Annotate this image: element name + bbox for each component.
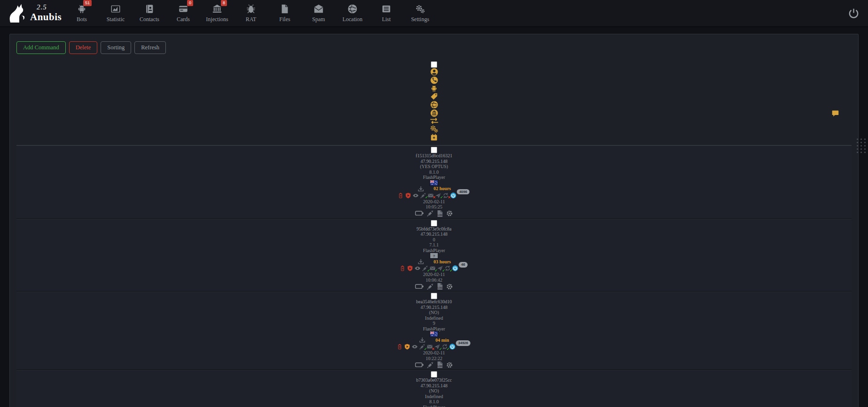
mail-status-icon[interactable]: ✕ — [428, 192, 434, 199]
table-row: 95bfdd73e9c0fc8a 47.90.215.148 0 7.1.1 F… — [16, 219, 852, 292]
list-icon — [381, 3, 391, 15]
android-icon: 51 — [77, 3, 87, 15]
play-protect-status-icon — [405, 192, 411, 199]
nav-item-contacts[interactable]: Contacts — [134, 1, 164, 25]
nav-item-rat[interactable]: RAT — [236, 1, 266, 25]
nav-item-bots[interactable]: 51 Bots — [67, 1, 97, 25]
play-protect-status-icon[interactable] — [404, 344, 411, 350]
row-checkbox[interactable] — [431, 293, 437, 299]
add-command-button[interactable]: Add Command — [16, 41, 66, 54]
country-flag — [16, 180, 852, 185]
delete-button[interactable]: Delete — [69, 41, 98, 54]
bug-icon — [246, 3, 256, 15]
download-icon[interactable] — [417, 185, 424, 192]
logs-action-icon[interactable] — [437, 283, 443, 290]
notification-badge: 51 — [83, 0, 92, 6]
row-checkbox[interactable] — [431, 371, 437, 377]
sms-action-icon — [415, 284, 424, 290]
drag-handle-dots[interactable] — [857, 138, 866, 153]
sms-action-icon[interactable] — [415, 362, 424, 368]
bank-icon — [430, 109, 438, 117]
connection-status-icon[interactable] — [452, 265, 459, 272]
sorting-button[interactable]: Sorting — [101, 41, 131, 54]
chart-icon — [110, 4, 121, 14]
screen-watch-eye-icon[interactable] — [412, 344, 418, 350]
row-checkbox[interactable] — [431, 147, 437, 153]
nav-item-label: List — [382, 16, 391, 23]
battery-status-icon[interactable] — [399, 265, 406, 272]
refresh-button[interactable]: Refresh — [134, 41, 166, 54]
nav-item-list[interactable]: List — [371, 1, 401, 25]
globe-icon — [430, 100, 438, 109]
inject-action-icon[interactable] — [427, 283, 434, 290]
battery-status-icon[interactable] — [397, 344, 403, 350]
send-status-icon[interactable]: ✓ — [435, 192, 442, 199]
toolbar: Add Command Delete Sorting Refresh — [16, 41, 852, 54]
nav-item-label: Contacts — [140, 16, 159, 23]
select-all-checkbox[interactable] — [431, 61, 437, 68]
nav-item-spam[interactable]: Spam — [304, 1, 334, 25]
sms-action-icon[interactable] — [415, 284, 424, 290]
chat-icon — [831, 109, 839, 117]
nav-item-settings[interactable]: Settings — [405, 1, 435, 25]
inject-status-icon[interactable]: ✓ — [420, 192, 427, 199]
sms-action-icon — [415, 362, 424, 368]
nav-item-label: Bots — [77, 16, 87, 23]
nav-item-files[interactable]: Files — [270, 1, 300, 25]
mail-status-icon[interactable]: ✕ — [427, 344, 433, 350]
counter-badge: 34926 — [456, 340, 470, 346]
screen-watch-eye-icon[interactable] — [414, 265, 421, 272]
logs-action-icon[interactable] — [437, 210, 443, 217]
table-header — [16, 60, 852, 146]
screen-watch-eye-icon[interactable] — [413, 192, 419, 199]
clock: 10:22:22 — [426, 356, 443, 361]
play-protect-status-icon[interactable] — [407, 265, 414, 272]
last-connect-cell: 03 hours — [16, 258, 852, 265]
bot-id: 95bfdd73e9c0fc8a — [416, 226, 451, 232]
bot-id: f151315d6cd16321 — [416, 153, 453, 159]
sync-status-icon[interactable]: ✕ — [443, 192, 449, 199]
play-protect-status-icon[interactable] — [405, 192, 412, 199]
bank-icon: 8 — [212, 3, 222, 15]
bot-tag: FlashPlayer — [16, 326, 852, 332]
envelope-icon — [313, 4, 324, 14]
last-connect-cell: 02 hours — [16, 185, 852, 192]
nav-item-statistic[interactable]: Statistic — [101, 1, 131, 25]
connection-status-icon[interactable] — [449, 344, 456, 350]
inject-status-icon[interactable]: ✓ — [422, 265, 429, 272]
download-icon[interactable] — [417, 258, 424, 265]
logout-power-button[interactable] — [848, 8, 860, 19]
settings-action-icon[interactable] — [446, 210, 453, 217]
sms-action-icon[interactable] — [415, 210, 424, 216]
bot-id-cell: 95bfdd73e9c0fc8a 47.90.215.148 — [16, 226, 852, 237]
send-status-icon[interactable]: ✓ — [437, 265, 444, 272]
contacts-book-icon — [144, 3, 155, 15]
connection-status-icon[interactable] — [450, 192, 457, 199]
settings-action-icon[interactable] — [446, 283, 453, 290]
inject-action-icon[interactable] — [427, 361, 434, 369]
country-flag: ? — [16, 253, 852, 258]
bot-ip: 47.90.215.148 — [421, 305, 448, 310]
calendar-plus-icon — [430, 133, 438, 141]
logs-action-icon[interactable] — [437, 361, 443, 369]
table-row: f151315d6cd16321 47.90.215.148 (YES OPTU… — [16, 146, 852, 219]
nav-item-label: Statistic — [107, 16, 125, 23]
main-menu: 51 Bots Statistic Contacts 0 Cards 8 Inj… — [67, 1, 435, 25]
inject-status-icon[interactable]: ✓ — [419, 344, 426, 350]
send-status-icon[interactable]: ✓ — [434, 344, 441, 350]
inject-action-icon[interactable] — [427, 210, 434, 217]
nav-item-injections[interactable]: 8 Injections — [202, 1, 232, 25]
sync-status-icon[interactable]: ✓ — [442, 344, 448, 350]
sync-status-icon[interactable]: ✓ — [445, 265, 451, 272]
infection-date: 2020-02-11 10:05:25 — [16, 199, 852, 210]
nav-item-cards[interactable]: 0 Cards — [168, 1, 198, 25]
mail-status-icon[interactable]: ✓ — [430, 265, 436, 272]
row-checkbox[interactable] — [431, 220, 437, 226]
download-icon[interactable] — [419, 337, 426, 344]
log-file-icon — [437, 283, 443, 290]
battery-status-icon[interactable] — [398, 192, 404, 199]
settings-action-icon[interactable] — [446, 361, 453, 369]
nav-item-location[interactable]: Location — [337, 1, 368, 25]
last-seen-time: 04 min — [435, 338, 449, 343]
nav-item-label: Spam — [312, 16, 325, 23]
